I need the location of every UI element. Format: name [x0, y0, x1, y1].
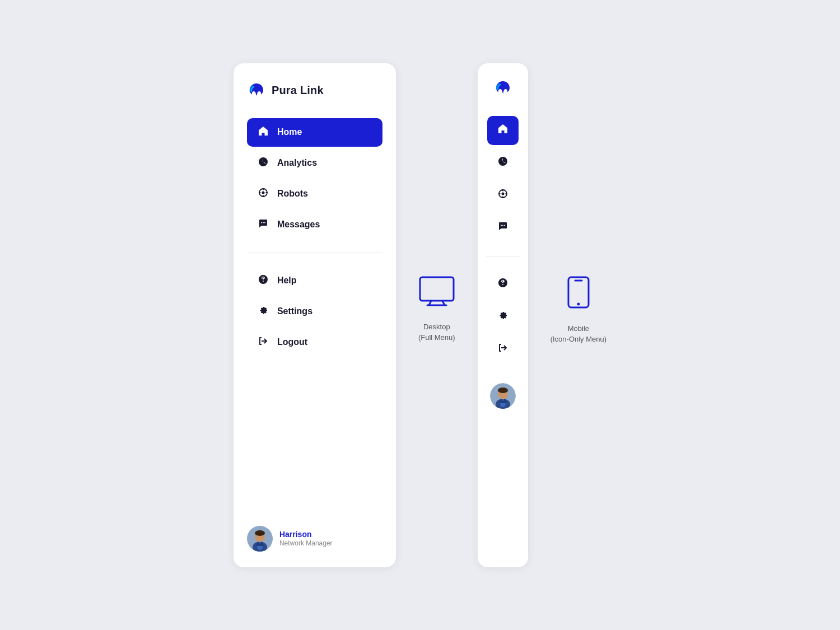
icon-item-help[interactable] — [487, 270, 519, 299]
icon-chat-icon — [497, 221, 508, 235]
icon-chart-pie-icon — [497, 156, 508, 170]
user-row[interactable]: Harrison Network Manager — [247, 521, 382, 552]
icon-home-icon — [497, 123, 508, 137]
icon-item-settings[interactable] — [487, 302, 519, 332]
icon-logout-icon — [497, 342, 508, 356]
svg-point-31 — [498, 388, 508, 393]
sidebar-item-robots-label: Robots — [277, 189, 308, 199]
app-logo-icon — [247, 81, 266, 100]
sidebar-item-logout[interactable]: Logout — [247, 328, 382, 357]
sidebar-item-settings-label: Settings — [277, 306, 312, 316]
sidebar-item-home-label: Home — [277, 127, 302, 137]
sidebar-item-home[interactable]: Home — [247, 118, 382, 147]
icon-gear-icon — [497, 310, 508, 324]
help-circle-icon — [257, 274, 269, 288]
icon-item-messages[interactable] — [487, 213, 519, 242]
svg-point-7 — [263, 222, 264, 223]
icon-main-nav — [478, 116, 528, 554]
icon-nav-divider — [486, 256, 520, 256]
sidebar-item-robots[interactable]: Robots — [247, 180, 382, 208]
sidebar-item-messages[interactable]: Messages — [247, 211, 382, 239]
svg-point-34 — [577, 302, 580, 305]
icon-logo — [493, 79, 512, 100]
desktop-label-line2: (Full Menu) — [418, 333, 455, 342]
sidebar-item-help[interactable]: Help — [247, 267, 382, 295]
icon-user-avatar[interactable] — [490, 383, 516, 409]
icon-item-analytics[interactable] — [487, 148, 519, 178]
icon-help-circle-icon — [497, 277, 508, 291]
svg-point-1 — [262, 191, 264, 194]
icon-menu-panel — [478, 63, 528, 567]
icon-item-logout[interactable] — [487, 335, 519, 364]
user-info: Harrison Network Manager — [279, 530, 333, 547]
icon-item-home[interactable] — [487, 116, 519, 145]
sidebar-item-help-label: Help — [277, 276, 297, 286]
user-role: Network Manager — [279, 539, 333, 547]
avatar — [247, 526, 273, 552]
sidebar-item-messages-label: Messages — [277, 220, 320, 230]
sidebar-item-analytics[interactable]: Analytics — [247, 149, 382, 178]
svg-point-26 — [504, 225, 505, 226]
chat-icon — [257, 218, 269, 232]
sidebar-item-logout-label: Logout — [277, 337, 307, 347]
icon-bottom-nav — [484, 270, 521, 364]
mobile-label-line1: Mobile — [568, 324, 589, 333]
svg-rect-14 — [420, 277, 454, 301]
svg-point-24 — [501, 225, 502, 226]
chart-pie-icon — [257, 156, 269, 170]
app-name: Pura Link — [272, 84, 324, 97]
desktop-device-label: Desktop (Full Menu) — [418, 321, 455, 343]
home-icon — [257, 125, 269, 139]
svg-point-19 — [501, 193, 504, 195]
icon-crosshair-icon — [497, 188, 508, 202]
mobile-label-area: Mobile (Icon-Only Menu) — [550, 63, 606, 345]
mobile-device-label: Mobile (Icon-Only Menu) — [550, 323, 606, 345]
logo-row: Pura Link — [247, 81, 382, 100]
svg-point-25 — [502, 225, 503, 226]
desktop-icon — [419, 276, 455, 314]
bottom-nav: Help Settings — [247, 267, 382, 357]
full-menu-panel: Pura Link Home Analytics — [234, 63, 396, 567]
desktop-label-line1: Desktop — [423, 323, 450, 331]
mobile-icon — [567, 276, 590, 315]
sidebar-item-settings[interactable]: Settings — [247, 297, 382, 326]
svg-point-6 — [261, 222, 262, 223]
icon-item-robots[interactable] — [487, 181, 519, 210]
nav-divider — [247, 253, 382, 253]
crosshair-icon — [257, 187, 269, 201]
mobile-label-line2: (Icon-Only Menu) — [550, 335, 606, 343]
user-name: Harrison — [279, 530, 333, 539]
gear-icon — [257, 305, 269, 319]
svg-point-8 — [264, 222, 265, 223]
desktop-label-area: Desktop (Full Menu) — [418, 63, 455, 343]
logout-icon — [257, 335, 269, 349]
page-wrapper: Pura Link Home Analytics — [0, 30, 840, 601]
sidebar-item-analytics-label: Analytics — [277, 158, 317, 168]
main-nav: Home Analytics — [247, 118, 382, 521]
svg-point-13 — [255, 530, 265, 536]
